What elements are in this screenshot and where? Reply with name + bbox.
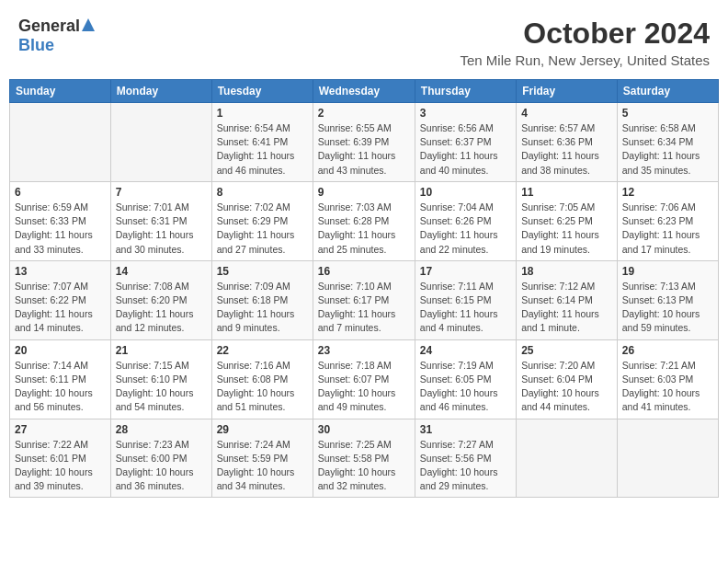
day-info: Sunrise: 7:02 AM Sunset: 6:29 PM Dayligh… xyxy=(217,201,308,257)
calendar-cell: 26Sunrise: 7:21 AM Sunset: 6:03 PM Dayli… xyxy=(617,339,718,419)
day-info: Sunrise: 7:22 AM Sunset: 6:01 PM Dayligh… xyxy=(15,438,106,494)
calendar-cell: 19Sunrise: 7:13 AM Sunset: 6:13 PM Dayli… xyxy=(617,260,718,339)
day-info: Sunrise: 6:56 AM Sunset: 6:37 PM Dayligh… xyxy=(420,121,511,178)
calendar-cell: 12Sunrise: 7:06 AM Sunset: 6:23 PM Dayli… xyxy=(617,181,718,260)
calendar-cell: 9Sunrise: 7:03 AM Sunset: 6:28 PM Daylig… xyxy=(313,181,415,260)
calendar-cell xyxy=(10,103,111,182)
day-info: Sunrise: 7:25 AM Sunset: 5:58 PM Dayligh… xyxy=(318,438,410,494)
day-number: 22 xyxy=(217,344,308,357)
calendar-cell: 24Sunrise: 7:19 AM Sunset: 6:05 PM Dayli… xyxy=(415,339,516,419)
day-number: 5 xyxy=(622,107,713,120)
calendar-cell: 4Sunrise: 6:57 AM Sunset: 6:36 PM Daylig… xyxy=(517,103,618,182)
day-number: 4 xyxy=(521,107,612,120)
calendar-cell: 7Sunrise: 7:01 AM Sunset: 6:31 PM Daylig… xyxy=(110,181,211,260)
day-info: Sunrise: 7:20 AM Sunset: 6:04 PM Dayligh… xyxy=(521,359,612,415)
calendar-cell: 30Sunrise: 7:25 AM Sunset: 5:58 PM Dayli… xyxy=(313,419,415,498)
logo-general-text: General xyxy=(18,17,80,36)
day-number: 1 xyxy=(217,107,308,120)
calendar-cell: 29Sunrise: 7:24 AM Sunset: 5:59 PM Dayli… xyxy=(211,419,313,498)
calendar-week-row: 20Sunrise: 7:14 AM Sunset: 6:11 PM Dayli… xyxy=(10,339,719,419)
day-number: 10 xyxy=(420,186,511,199)
day-info: Sunrise: 6:59 AM Sunset: 6:33 PM Dayligh… xyxy=(15,201,106,257)
day-number: 21 xyxy=(116,344,207,357)
calendar-cell: 5Sunrise: 6:58 AM Sunset: 6:34 PM Daylig… xyxy=(617,103,718,182)
location-title: Ten Mile Run, New Jersey, United States xyxy=(460,52,710,68)
day-number: 25 xyxy=(521,344,612,357)
day-info: Sunrise: 6:57 AM Sunset: 6:36 PM Dayligh… xyxy=(521,121,612,178)
calendar-cell: 17Sunrise: 7:11 AM Sunset: 6:15 PM Dayli… xyxy=(415,260,516,339)
day-number: 16 xyxy=(318,265,410,278)
calendar-cell: 16Sunrise: 7:10 AM Sunset: 6:17 PM Dayli… xyxy=(313,260,415,339)
day-number: 7 xyxy=(116,186,207,199)
day-info: Sunrise: 7:24 AM Sunset: 5:59 PM Dayligh… xyxy=(217,438,308,494)
svg-marker-0 xyxy=(82,18,95,31)
day-info: Sunrise: 7:21 AM Sunset: 6:03 PM Dayligh… xyxy=(622,359,713,415)
day-number: 13 xyxy=(15,265,106,278)
day-of-week-header: Friday xyxy=(517,80,618,103)
title-block: October 2024 Ten Mile Run, New Jersey, U… xyxy=(460,17,710,68)
day-info: Sunrise: 7:27 AM Sunset: 5:56 PM Dayligh… xyxy=(420,438,511,494)
day-number: 9 xyxy=(318,186,410,199)
day-info: Sunrise: 7:08 AM Sunset: 6:20 PM Dayligh… xyxy=(116,280,207,336)
day-of-week-header: Thursday xyxy=(415,80,516,103)
calendar-cell: 27Sunrise: 7:22 AM Sunset: 6:01 PM Dayli… xyxy=(10,419,111,498)
day-number: 8 xyxy=(217,186,308,199)
day-number: 29 xyxy=(217,423,308,436)
calendar-week-row: 6Sunrise: 6:59 AM Sunset: 6:33 PM Daylig… xyxy=(10,181,719,260)
calendar-table: SundayMondayTuesdayWednesdayThursdayFrid… xyxy=(9,79,719,498)
day-info: Sunrise: 7:18 AM Sunset: 6:07 PM Dayligh… xyxy=(318,359,410,415)
day-info: Sunrise: 7:01 AM Sunset: 6:31 PM Dayligh… xyxy=(116,201,207,257)
day-number: 31 xyxy=(420,423,511,436)
day-number: 17 xyxy=(420,265,511,278)
day-info: Sunrise: 7:11 AM Sunset: 6:15 PM Dayligh… xyxy=(420,280,511,336)
day-info: Sunrise: 7:19 AM Sunset: 6:05 PM Dayligh… xyxy=(420,359,511,415)
day-info: Sunrise: 7:09 AM Sunset: 6:18 PM Dayligh… xyxy=(217,280,308,336)
day-number: 3 xyxy=(420,107,511,120)
calendar-week-row: 13Sunrise: 7:07 AM Sunset: 6:22 PM Dayli… xyxy=(10,260,719,339)
calendar-cell xyxy=(617,419,718,498)
day-info: Sunrise: 6:55 AM Sunset: 6:39 PM Dayligh… xyxy=(318,121,410,178)
calendar-week-row: 1Sunrise: 6:54 AM Sunset: 6:41 PM Daylig… xyxy=(10,103,719,182)
day-info: Sunrise: 7:15 AM Sunset: 6:10 PM Dayligh… xyxy=(116,359,207,415)
month-title: October 2024 xyxy=(460,17,710,51)
calendar-cell: 8Sunrise: 7:02 AM Sunset: 6:29 PM Daylig… xyxy=(211,181,313,260)
day-number: 20 xyxy=(15,344,106,357)
calendar-cell: 6Sunrise: 6:59 AM Sunset: 6:33 PM Daylig… xyxy=(10,181,111,260)
day-number: 28 xyxy=(116,423,207,436)
day-number: 26 xyxy=(622,344,713,357)
day-number: 2 xyxy=(318,107,410,120)
day-info: Sunrise: 7:07 AM Sunset: 6:22 PM Dayligh… xyxy=(15,280,106,336)
calendar-cell: 23Sunrise: 7:18 AM Sunset: 6:07 PM Dayli… xyxy=(313,339,415,419)
calendar-cell: 18Sunrise: 7:12 AM Sunset: 6:14 PM Dayli… xyxy=(517,260,618,339)
calendar-cell: 10Sunrise: 7:04 AM Sunset: 6:26 PM Dayli… xyxy=(415,181,516,260)
calendar-cell: 11Sunrise: 7:05 AM Sunset: 6:25 PM Dayli… xyxy=(517,181,618,260)
calendar-cell: 25Sunrise: 7:20 AM Sunset: 6:04 PM Dayli… xyxy=(517,339,618,419)
calendar-cell: 15Sunrise: 7:09 AM Sunset: 6:18 PM Dayli… xyxy=(211,260,313,339)
day-number: 27 xyxy=(15,423,106,436)
day-info: Sunrise: 6:54 AM Sunset: 6:41 PM Dayligh… xyxy=(217,121,308,178)
day-of-week-header: Saturday xyxy=(617,80,718,103)
day-number: 30 xyxy=(318,423,410,436)
day-number: 14 xyxy=(116,265,207,278)
day-number: 23 xyxy=(318,344,410,357)
calendar-cell xyxy=(110,103,211,182)
day-of-week-header: Tuesday xyxy=(211,80,313,103)
day-info: Sunrise: 7:16 AM Sunset: 6:08 PM Dayligh… xyxy=(217,359,308,415)
day-info: Sunrise: 7:12 AM Sunset: 6:14 PM Dayligh… xyxy=(521,280,612,336)
day-info: Sunrise: 6:58 AM Sunset: 6:34 PM Dayligh… xyxy=(622,121,713,178)
calendar-cell: 31Sunrise: 7:27 AM Sunset: 5:56 PM Dayli… xyxy=(415,419,516,498)
day-of-week-header: Sunday xyxy=(10,80,111,103)
day-number: 15 xyxy=(217,265,308,278)
calendar-cell: 2Sunrise: 6:55 AM Sunset: 6:39 PM Daylig… xyxy=(313,103,415,182)
logo-triangle-icon xyxy=(82,18,95,35)
day-of-week-header: Wednesday xyxy=(313,80,415,103)
calendar-cell: 22Sunrise: 7:16 AM Sunset: 6:08 PM Dayli… xyxy=(211,339,313,419)
day-info: Sunrise: 7:05 AM Sunset: 6:25 PM Dayligh… xyxy=(521,201,612,257)
day-info: Sunrise: 7:04 AM Sunset: 6:26 PM Dayligh… xyxy=(420,201,511,257)
calendar-cell: 20Sunrise: 7:14 AM Sunset: 6:11 PM Dayli… xyxy=(10,339,111,419)
day-number: 6 xyxy=(15,186,106,199)
day-number: 24 xyxy=(420,344,511,357)
page-header: General Blue October 2024 Ten Mile Run, … xyxy=(9,9,719,72)
calendar-cell: 3Sunrise: 6:56 AM Sunset: 6:37 PM Daylig… xyxy=(415,103,516,182)
day-number: 18 xyxy=(521,265,612,278)
